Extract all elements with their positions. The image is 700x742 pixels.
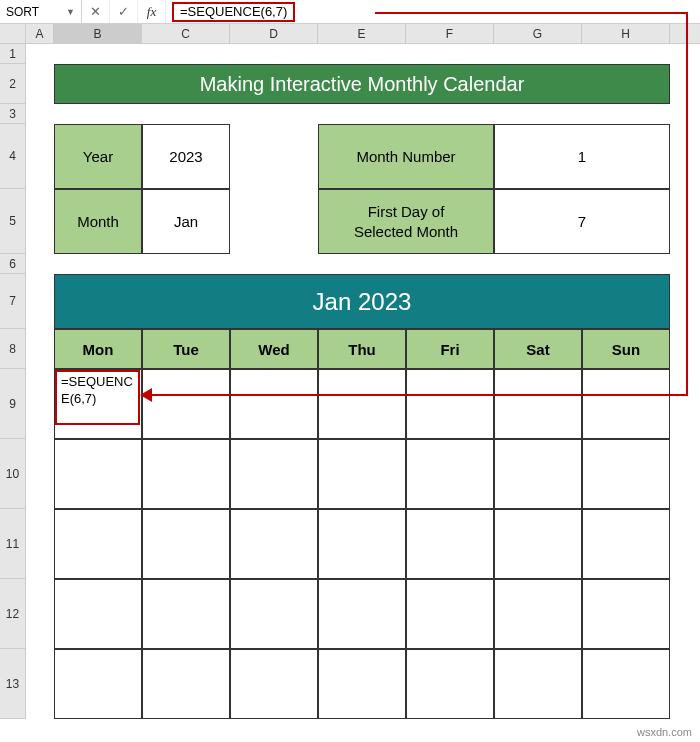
day-header-wed: Wed bbox=[230, 329, 318, 369]
year-value[interactable]: 2023 bbox=[142, 124, 230, 189]
name-box-value: SORT bbox=[6, 5, 39, 19]
first-day-label-line2: Selected Month bbox=[354, 222, 458, 242]
row-header-8[interactable]: 8 bbox=[0, 329, 26, 369]
active-cell-formula[interactable]: =SEQUENCE(6,7) bbox=[55, 370, 140, 425]
calendar-title: Jan 2023 bbox=[54, 274, 670, 329]
month-number-label: Month Number bbox=[318, 124, 494, 189]
row-header-9[interactable]: 9 bbox=[0, 369, 26, 439]
cal-cell[interactable] bbox=[406, 369, 494, 439]
row-header-2[interactable]: 2 bbox=[0, 64, 26, 104]
annotation-arrow bbox=[146, 394, 688, 396]
col-header-d[interactable]: D bbox=[230, 24, 318, 43]
row-headers: 1 2 3 4 5 6 7 8 9 10 11 12 13 bbox=[0, 44, 26, 719]
year-label: Year bbox=[54, 124, 142, 189]
day-header-fri: Fri bbox=[406, 329, 494, 369]
row-header-3[interactable]: 3 bbox=[0, 104, 26, 124]
cal-cell[interactable] bbox=[318, 649, 406, 719]
formula-input[interactable]: =SEQUENCE(6,7) bbox=[172, 2, 295, 22]
day-header-sun: Sun bbox=[582, 329, 670, 369]
col-header-e[interactable]: E bbox=[318, 24, 406, 43]
cal-cell[interactable] bbox=[494, 369, 582, 439]
day-header-sat: Sat bbox=[494, 329, 582, 369]
col-header-a[interactable]: A bbox=[26, 24, 54, 43]
name-box[interactable]: SORT ▼ bbox=[0, 0, 82, 23]
month-value[interactable]: Jan bbox=[142, 189, 230, 254]
day-header-tue: Tue bbox=[142, 329, 230, 369]
watermark: wsxdn.com bbox=[637, 726, 692, 738]
spreadsheet-grid[interactable]: Making Interactive Monthly Calendar Year… bbox=[26, 44, 700, 719]
page-title: Making Interactive Monthly Calendar bbox=[54, 64, 670, 104]
cal-cell[interactable] bbox=[406, 649, 494, 719]
row-header-5[interactable]: 5 bbox=[0, 189, 26, 254]
month-label: Month bbox=[54, 189, 142, 254]
day-header-mon: Mon bbox=[54, 329, 142, 369]
cal-cell[interactable] bbox=[582, 439, 670, 509]
annotation-arrow bbox=[375, 12, 688, 14]
col-header-c[interactable]: C bbox=[142, 24, 230, 43]
cancel-button[interactable]: ✕ bbox=[82, 0, 110, 23]
month-number-value[interactable]: 1 bbox=[494, 124, 670, 189]
column-headers: A B C D E F G H bbox=[0, 24, 700, 44]
cal-cell[interactable] bbox=[142, 439, 230, 509]
day-header-thu: Thu bbox=[318, 329, 406, 369]
formula-controls: ✕ ✓ fx bbox=[82, 0, 166, 23]
row-header-11[interactable]: 11 bbox=[0, 509, 26, 579]
accept-button[interactable]: ✓ bbox=[110, 0, 138, 23]
cal-cell[interactable] bbox=[230, 579, 318, 649]
cal-cell[interactable] bbox=[582, 579, 670, 649]
cal-cell[interactable] bbox=[494, 509, 582, 579]
row-header-4[interactable]: 4 bbox=[0, 124, 26, 189]
cal-cell[interactable] bbox=[230, 369, 318, 439]
cal-cell[interactable] bbox=[494, 579, 582, 649]
cal-cell[interactable] bbox=[494, 649, 582, 719]
cal-cell[interactable] bbox=[230, 509, 318, 579]
first-day-label: First Day of Selected Month bbox=[318, 189, 494, 254]
cal-cell[interactable] bbox=[318, 369, 406, 439]
row-header-1[interactable]: 1 bbox=[0, 44, 26, 64]
first-day-value[interactable]: 7 bbox=[494, 189, 670, 254]
cal-cell[interactable] bbox=[54, 439, 142, 509]
cal-cell[interactable] bbox=[406, 509, 494, 579]
select-all-corner[interactable] bbox=[0, 24, 26, 43]
cal-cell[interactable] bbox=[142, 579, 230, 649]
cal-cell[interactable] bbox=[142, 649, 230, 719]
col-header-f[interactable]: F bbox=[406, 24, 494, 43]
row-header-13[interactable]: 13 bbox=[0, 649, 26, 719]
row-header-7[interactable]: 7 bbox=[0, 274, 26, 329]
cal-cell[interactable] bbox=[318, 579, 406, 649]
first-day-label-line1: First Day of bbox=[368, 202, 445, 222]
cal-cell[interactable] bbox=[582, 649, 670, 719]
cal-cell[interactable] bbox=[54, 649, 142, 719]
cal-cell[interactable] bbox=[582, 509, 670, 579]
cal-cell[interactable] bbox=[406, 439, 494, 509]
chevron-down-icon[interactable]: ▼ bbox=[66, 7, 75, 17]
fx-button[interactable]: fx bbox=[138, 0, 166, 23]
col-header-b[interactable]: B bbox=[54, 24, 142, 43]
cal-cell[interactable] bbox=[318, 439, 406, 509]
cal-cell[interactable] bbox=[494, 439, 582, 509]
cal-cell[interactable] bbox=[318, 509, 406, 579]
cal-cell[interactable] bbox=[54, 509, 142, 579]
col-header-h[interactable]: H bbox=[582, 24, 670, 43]
annotation-arrow bbox=[686, 12, 688, 396]
cal-cell[interactable] bbox=[54, 579, 142, 649]
cal-cell[interactable] bbox=[230, 649, 318, 719]
cal-cell[interactable] bbox=[582, 369, 670, 439]
arrow-head-icon bbox=[140, 388, 152, 402]
col-header-g[interactable]: G bbox=[494, 24, 582, 43]
row-header-6[interactable]: 6 bbox=[0, 254, 26, 274]
cal-cell[interactable] bbox=[142, 509, 230, 579]
row-header-10[interactable]: 10 bbox=[0, 439, 26, 509]
row-header-12[interactable]: 12 bbox=[0, 579, 26, 649]
cal-cell[interactable] bbox=[142, 369, 230, 439]
cal-cell[interactable] bbox=[230, 439, 318, 509]
cal-cell[interactable] bbox=[406, 579, 494, 649]
